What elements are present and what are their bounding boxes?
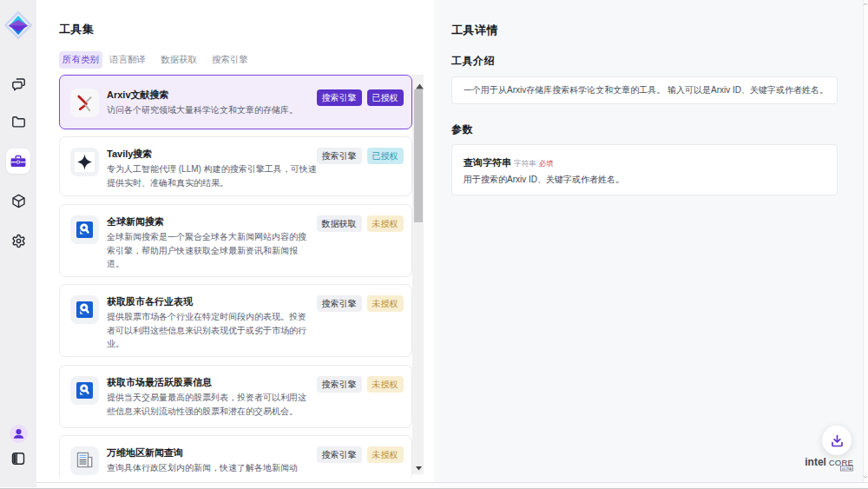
svg-text:ULTRA: ULTRA (842, 467, 852, 471)
